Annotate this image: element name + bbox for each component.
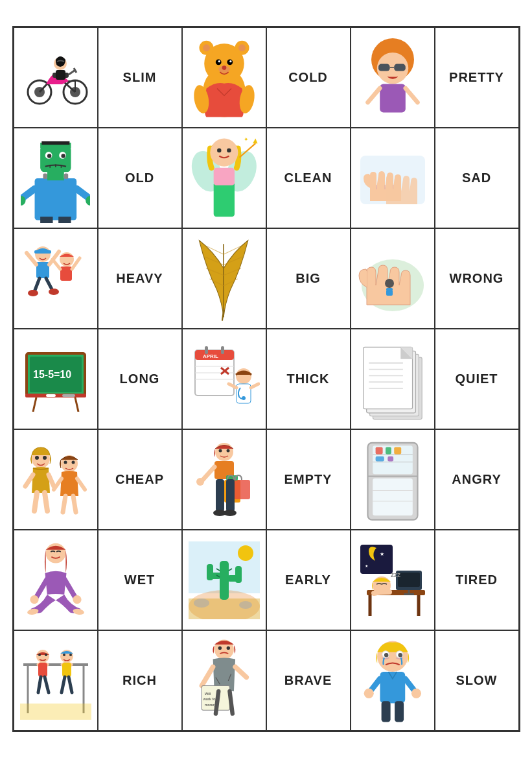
svg-point-189 — [239, 601, 252, 609]
cell-chalkboard: 15-5=10 — [14, 329, 98, 429]
cell-wrong-label: WRONG — [435, 228, 519, 329]
quiet-text: QUIET — [455, 372, 498, 386]
svg-rect-197 — [398, 573, 420, 587]
svg-point-153 — [224, 510, 237, 516]
cell-clean-label: CLEAN — [266, 128, 351, 228]
svg-rect-162 — [386, 447, 391, 454]
long-text: LONG — [120, 372, 160, 386]
svg-line-233 — [216, 691, 218, 713]
svg-text:★: ★ — [380, 551, 384, 557]
early-text: EARLY — [285, 573, 331, 587]
svg-rect-53 — [213, 182, 234, 217]
svg-line-72 — [46, 278, 52, 290]
svg-point-243 — [364, 688, 373, 698]
slim-text: SLIM — [123, 70, 157, 85]
svg-rect-44 — [41, 141, 69, 144]
svg-rect-184 — [235, 566, 242, 583]
big-text: BIG — [295, 271, 321, 286]
svg-line-5 — [69, 70, 75, 75]
svg-point-188 — [194, 598, 209, 608]
svg-text:15-5=10: 15-5=10 — [33, 369, 71, 380]
svg-point-17 — [218, 60, 220, 62]
svg-line-102 — [75, 397, 78, 412]
svg-line-234 — [229, 691, 232, 713]
cell-cheap-label: CHEAP — [98, 429, 182, 530]
svg-point-238 — [384, 652, 388, 656]
svg-point-175 — [73, 595, 81, 604]
svg-line-172 — [36, 578, 47, 598]
svg-rect-182 — [207, 564, 213, 580]
svg-line-140 — [73, 496, 76, 512]
cell-meditation — [14, 530, 98, 630]
svg-rect-34 — [64, 173, 67, 179]
svg-point-57 — [217, 148, 221, 152]
heavy-text: HEAVY — [116, 271, 163, 286]
svg-line-77 — [52, 259, 60, 269]
svg-rect-146 — [234, 480, 250, 499]
svg-rect-91 — [386, 288, 393, 296]
cell-quiet-label: QUIET — [435, 329, 519, 429]
svg-rect-31 — [34, 178, 76, 220]
sad-text: SAD — [462, 171, 491, 185]
svg-point-18 — [229, 60, 231, 62]
svg-text:work for: work for — [202, 697, 216, 701]
cell-slow-label: SLOW — [435, 630, 519, 731]
cell-big-hand — [351, 228, 435, 329]
cell-old-label: OLD — [98, 128, 182, 228]
cell-pooh — [182, 27, 266, 128]
cell-sleeping-desk: ★ ★ zzz — [351, 530, 435, 630]
cell-jumping-kids — [14, 228, 98, 329]
cheap-text: CHEAP — [115, 472, 164, 487]
svg-line-227 — [202, 667, 213, 685]
svg-rect-33 — [43, 173, 47, 179]
slow-text: SLOW — [456, 673, 498, 688]
svg-point-174 — [30, 595, 38, 604]
rich-text: RICH — [122, 673, 157, 688]
svg-rect-246 — [395, 701, 404, 722]
svg-point-13 — [203, 44, 210, 51]
tired-text: TIRED — [456, 573, 498, 587]
svg-point-115 — [242, 396, 246, 400]
cell-gymnastics — [14, 630, 98, 731]
cell-fridge — [351, 429, 435, 530]
svg-rect-76 — [60, 266, 72, 281]
svg-line-29 — [367, 88, 380, 102]
svg-line-148 — [203, 467, 214, 480]
svg-line-212 — [45, 677, 49, 693]
cold-text: COLD — [288, 70, 328, 85]
wrong-text: WRONG — [450, 271, 504, 286]
main-grid: SLIM — [12, 26, 520, 732]
wet-text: WET — [124, 573, 155, 587]
svg-rect-199 — [404, 593, 414, 595]
svg-rect-67 — [34, 250, 51, 254]
svg-rect-210 — [38, 663, 47, 677]
svg-text:money: money — [204, 702, 216, 706]
svg-point-179 — [238, 545, 253, 561]
svg-point-206 — [38, 654, 41, 656]
cell-early-label: EARLY — [266, 530, 351, 630]
svg-point-128 — [35, 456, 39, 460]
cell-beggar: Will work for money — [182, 630, 266, 731]
cell-heavy-label: HEAVY — [98, 228, 182, 329]
cell-empty-label: EMPTY — [266, 429, 351, 530]
svg-rect-161 — [375, 447, 382, 454]
svg-point-129 — [43, 456, 47, 460]
svg-line-228 — [235, 667, 246, 677]
cell-brave-label: BRAVE — [266, 630, 351, 731]
pretty-text: PRETTY — [449, 70, 504, 85]
cell-hands — [351, 128, 435, 228]
svg-line-30 — [405, 88, 417, 102]
svg-line-101 — [33, 397, 36, 412]
svg-point-239 — [398, 652, 402, 656]
svg-line-211 — [38, 677, 41, 693]
svg-line-69 — [27, 253, 36, 265]
svg-point-223 — [218, 646, 221, 649]
svg-rect-166 — [373, 478, 413, 515]
cell-desert — [182, 530, 266, 630]
svg-line-139 — [63, 496, 65, 512]
svg-point-215 — [69, 654, 72, 656]
svg-line-242 — [405, 678, 415, 691]
cell-feather — [182, 228, 266, 329]
svg-line-173 — [64, 578, 76, 598]
cell-pretty-label: PRETTY — [435, 27, 519, 128]
